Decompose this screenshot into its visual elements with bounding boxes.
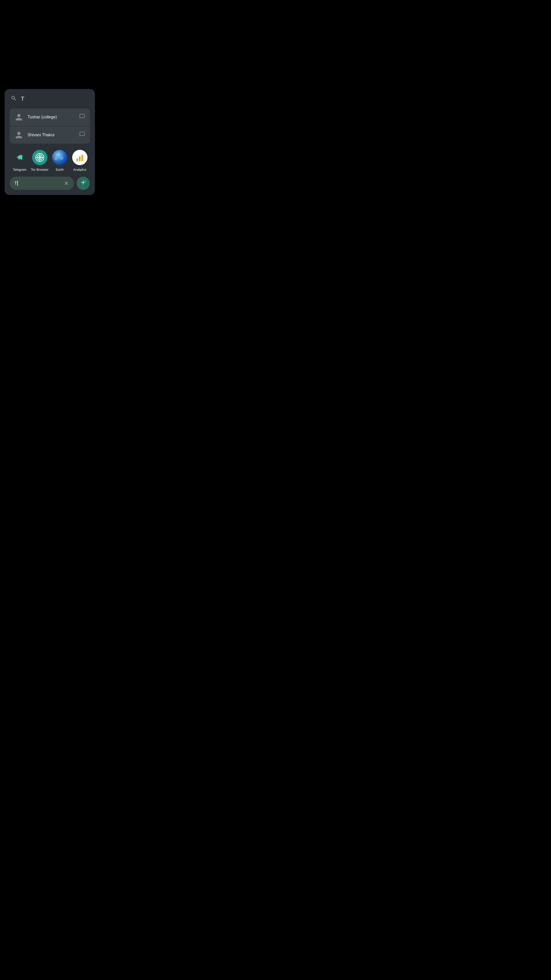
input-text: T	[14, 181, 17, 186]
analytics-icon	[72, 150, 87, 165]
ai-sparkle-button[interactable]	[76, 177, 90, 190]
input-value: T	[14, 181, 61, 186]
earth-icon	[52, 150, 67, 165]
svg-rect-9	[81, 155, 83, 161]
sparkle-icon	[79, 179, 87, 188]
screen: T Tushar (college)	[0, 0, 100, 215]
bottom-input-row: T	[10, 177, 90, 190]
contact-item-tushar[interactable]: Tushar (college)	[10, 108, 90, 126]
clear-input-button[interactable]	[63, 180, 69, 186]
svg-rect-7	[76, 159, 78, 161]
cursor	[17, 181, 18, 186]
app-item-earth[interactable]: Earth	[51, 150, 68, 172]
message-icon-tushar	[79, 113, 85, 121]
svg-rect-8	[79, 156, 81, 161]
apps-section: Telegram Tor Browser	[10, 148, 90, 172]
search-header: T	[10, 95, 90, 104]
telegram-icon	[12, 150, 27, 165]
svg-point-6	[52, 150, 67, 165]
tor-icon	[32, 150, 48, 165]
app-label-analytics: Analytics	[73, 168, 86, 172]
app-item-tor[interactable]: Tor Browser	[31, 150, 49, 172]
app-label-earth: Earth	[56, 168, 64, 172]
search-query: T	[21, 95, 24, 102]
app-label-tor: Tor Browser	[31, 168, 48, 172]
message-icon-shivani	[79, 131, 85, 139]
app-item-telegram[interactable]: Telegram	[11, 150, 29, 172]
text-input-box[interactable]: T	[10, 177, 74, 190]
app-item-analytics[interactable]: Analytics	[71, 150, 89, 172]
search-icon	[11, 95, 17, 102]
contact-avatar-shivani	[14, 130, 24, 140]
contact-name-shivani: Shivani Thakur	[27, 133, 75, 137]
contact-avatar-tushar	[14, 113, 24, 122]
app-label-telegram: Telegram	[13, 168, 27, 172]
contacts-section: Tushar (college) Shivani Thakur	[10, 108, 90, 144]
contact-item-shivani[interactable]: Shivani Thakur	[10, 126, 90, 144]
contact-name-tushar: Tushar (college)	[27, 115, 75, 119]
launcher-panel: T Tushar (college)	[5, 89, 95, 195]
